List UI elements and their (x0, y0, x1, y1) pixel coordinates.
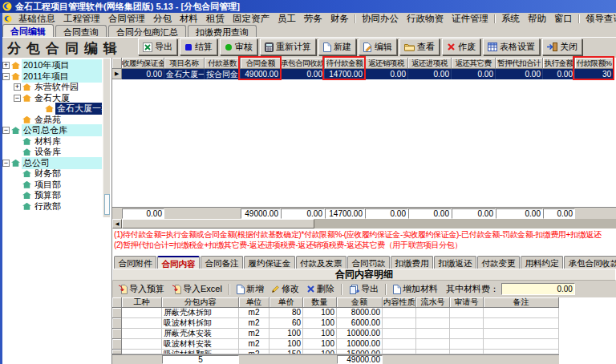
audit-button[interactable]: 审核 (220, 38, 257, 55)
tab-contract-attachments[interactable]: 合同附件 (114, 256, 156, 269)
detail-row[interactable]: 吸波材料安装 m2 100 100 10000.00 (112, 339, 616, 350)
tree-item-2010[interactable]: 2010年项目 (0, 60, 102, 71)
tab-withholding-return[interactable]: 扣缴返还 (434, 256, 476, 269)
menu-item[interactable]: 窗口 (550, 13, 577, 25)
tab-contract-query[interactable]: 合同查询 (55, 25, 107, 37)
column-header[interactable]: 金额 (337, 297, 383, 308)
import-budget-button[interactable]: 导入预算 (116, 282, 167, 296)
scrollbar-thumb[interactable] (104, 194, 110, 215)
column-header[interactable]: 返还进项税 (408, 58, 452, 69)
tree-item-2011[interactable]: 2011年项目 (0, 71, 102, 83)
collapse-icon[interactable] (2, 73, 10, 80)
menu-item[interactable]: 协同办公 (358, 13, 403, 25)
column-header-payment-limit[interactable]: 付款限额% (575, 58, 614, 69)
column-header[interactable]: 工种 (122, 297, 162, 308)
tab-material-agreement[interactable]: 用料约定 (521, 256, 563, 269)
collapse-icon[interactable] (14, 95, 21, 102)
tree-item-dongying[interactable]: 东营软件园 (0, 82, 102, 93)
tab-performance-bond[interactable]: 履约保证金 (244, 256, 295, 269)
recalculate-button[interactable]: 重新计算 (260, 38, 316, 55)
horizontal-scrollbar[interactable] (112, 219, 616, 229)
export-button[interactable]: 导出 (138, 38, 177, 55)
tab-contract-edit[interactable]: 合同编辑 (2, 24, 54, 37)
tree-item-material-store[interactable]: 材料库 (0, 136, 102, 148)
contract-row-selected[interactable]: 0.00 金石大厦一期 按合同金额 49000.00 0.00 14700.00… (112, 69, 614, 79)
tree-item-jinshi-tower-phase1[interactable]: 金石大厦一期 (0, 103, 102, 115)
menu-item[interactable]: 材料 (176, 13, 202, 25)
menu-item[interactable]: 证件管理 (448, 13, 492, 25)
column-header[interactable]: 返还其它费 (452, 58, 496, 69)
tree-scrollbar[interactable] (103, 59, 110, 217)
void-button[interactable]: 作废 (442, 38, 480, 55)
tree-item-jindingyuan[interactable]: 金鼎苑 (0, 115, 102, 126)
column-header-payable-amount[interactable]: 待付款金额 (325, 58, 365, 69)
tree-item-jinshi-tower[interactable]: 金石大厦 (0, 93, 102, 104)
tab-contract-penalty[interactable]: 合同罚款 (347, 256, 390, 269)
scrollbar-track[interactable] (314, 219, 616, 229)
tree-item-equipment-store[interactable]: 设备库 (0, 147, 102, 158)
tab-withholding-fees[interactable]: 扣缴费用 (391, 256, 433, 269)
tab-withholding-query[interactable]: 扣缴费用查询 (188, 25, 257, 37)
expand-icon[interactable] (2, 62, 10, 69)
column-header[interactable]: 返还销项税 (365, 58, 408, 69)
tab-contract-content[interactable]: 合同内容 (157, 256, 200, 269)
menu-item[interactable]: 帮助 (524, 13, 550, 25)
column-header[interactable]: 付款基数 (205, 58, 241, 69)
menu-item[interactable]: 行政物资 (403, 13, 448, 25)
menu-item[interactable]: 工程管理 (59, 13, 104, 25)
close-button[interactable]: 关闭 (542, 38, 582, 55)
detail-row[interactable]: 屏蔽壳体安装 m2 100 100 10000.00 (112, 329, 616, 339)
tree-item-head-office[interactable]: 总公司 (0, 158, 102, 169)
column-header[interactable]: 分包内容 (162, 297, 239, 308)
tree-item-budget-dept[interactable]: 预算部 (0, 190, 102, 201)
column-header[interactable]: 执行金额 (543, 58, 575, 69)
column-header[interactable]: 单位 (239, 297, 270, 308)
menu-item[interactable]: 财务 (326, 13, 353, 25)
column-header[interactable]: 项目名称 (164, 58, 205, 69)
tree-item-company-warehouse[interactable]: 公司总仓库 (0, 125, 102, 136)
column-header[interactable]: 流水号 (416, 297, 450, 308)
scroll-left-arrow[interactable] (112, 219, 122, 229)
detail-row[interactable]: 吸波材料拆卸 m2 60 100 6000.00 (112, 318, 616, 329)
menu-item[interactable]: 基础信息 (14, 13, 59, 25)
column-header[interactable]: 承包合同收款 (281, 58, 325, 69)
tab-contract-remarks[interactable]: 合同备注 (201, 256, 243, 269)
collapse-icon[interactable] (2, 160, 10, 167)
tab-contract-receipts[interactable]: 承包合同收款 (564, 256, 616, 269)
column-header[interactable]: 暂押代扣合计 (496, 58, 543, 69)
add-material-button[interactable]: 增加材料 (391, 282, 440, 296)
import-excel-button[interactable]: 导入Excel (169, 282, 225, 296)
table-settings-button[interactable]: 表格设置 (483, 38, 540, 55)
menu-item[interactable]: 分包 (149, 13, 176, 25)
column-header[interactable]: 收履约保证金 (122, 58, 164, 69)
column-header[interactable]: 审请号 (450, 297, 484, 308)
menu-item[interactable]: 租赁 (202, 13, 229, 25)
delete-row-button[interactable]: 删除 (304, 282, 337, 296)
column-header-contract-amount[interactable]: 合同金额 (241, 58, 281, 69)
tab-subcontractor-summary[interactable]: 合同分包商汇总 (108, 25, 186, 37)
menu-item[interactable]: 系统 (497, 13, 524, 25)
detail-row[interactable]: 屏蔽壳体拆卸 m2 80 100 8000.00 (112, 308, 616, 318)
edit-button[interactable]: 编辑 (359, 38, 397, 55)
collapse-icon[interactable] (2, 127, 10, 134)
menu-item[interactable]: 固定资产 (229, 13, 274, 25)
new-button[interactable]: 新建 (318, 38, 356, 55)
scrollbar-thumb[interactable] (122, 219, 314, 229)
expand-icon[interactable] (14, 83, 21, 91)
tree-item-admin-dept[interactable]: 行政部 (0, 201, 102, 212)
settle-button[interactable]: 结算 (180, 38, 217, 55)
modify-row-button[interactable]: 修改 (269, 282, 302, 296)
tab-payment-invoice[interactable]: 付款及发票 (296, 256, 347, 269)
column-header[interactable]: 单价 (270, 297, 303, 308)
export-detail-button[interactable]: 导出 (346, 282, 381, 296)
tree-item-project-dept[interactable]: 项目部 (0, 180, 102, 191)
tab-payment-change[interactable]: 付款变更 (477, 256, 520, 269)
tree-item-finance-dept[interactable]: 财务部 (0, 168, 102, 180)
view-button[interactable]: 查看 (399, 38, 440, 55)
menu-item[interactable]: 员工 (274, 13, 300, 25)
menu-item[interactable]: 合同管理 (104, 13, 149, 25)
column-header[interactable]: 备注 (484, 297, 559, 308)
add-row-button[interactable]: 新增 (234, 282, 266, 296)
menu-item[interactable]: 领导查询 (582, 13, 616, 25)
column-header[interactable]: 数量 (303, 297, 337, 308)
